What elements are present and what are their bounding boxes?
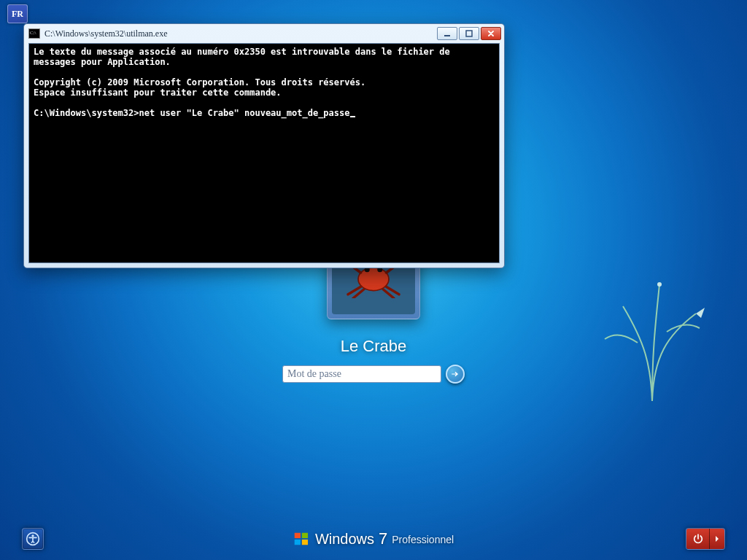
svg-rect-11 xyxy=(444,35,450,36)
shutdown-options-button[interactable] xyxy=(710,529,724,549)
submit-button[interactable] xyxy=(446,365,465,384)
chevron-right-icon xyxy=(711,533,723,545)
svg-rect-9 xyxy=(295,540,301,545)
svg-point-6 xyxy=(31,534,34,537)
ease-of-access-button[interactable] xyxy=(22,528,44,550)
windows-logo-icon xyxy=(293,531,309,547)
bottom-bar: Windows 7 Professionnel xyxy=(0,519,747,560)
brand-word-1: Windows xyxy=(315,531,374,548)
terminal-output[interactable]: Le texte du message associé au numéro 0x… xyxy=(28,43,500,263)
close-icon xyxy=(487,30,495,37)
svg-rect-7 xyxy=(295,533,301,538)
minimize-button[interactable] xyxy=(437,27,457,40)
close-button[interactable] xyxy=(481,27,501,40)
ease-of-access-icon xyxy=(26,532,40,546)
svg-rect-10 xyxy=(302,540,308,545)
shutdown-button[interactable] xyxy=(686,529,710,549)
svg-rect-12 xyxy=(466,31,472,36)
language-indicator[interactable]: FR xyxy=(7,4,28,23)
brand-edition: Professionnel xyxy=(392,534,454,545)
username-label: Le Crabe xyxy=(257,337,490,356)
terminal-cursor xyxy=(350,116,355,117)
password-input[interactable] xyxy=(282,365,441,383)
window-title: C:\Windows\system32\utilman.exe xyxy=(44,28,437,39)
decorative-plant xyxy=(587,262,718,408)
minimize-icon xyxy=(444,30,451,37)
cmd-icon xyxy=(28,28,40,39)
svg-rect-8 xyxy=(302,533,308,538)
power-button-group xyxy=(686,528,725,550)
command-prompt-window[interactable]: C:\Windows\system32\utilman.exe Le texte… xyxy=(23,23,505,268)
maximize-button[interactable] xyxy=(459,27,479,40)
power-icon xyxy=(692,533,704,545)
windows-branding: Windows 7 Professionnel xyxy=(293,529,454,548)
brand-word-2: 7 xyxy=(379,529,387,548)
maximize-icon xyxy=(465,30,473,37)
arrow-right-icon xyxy=(450,369,460,379)
titlebar[interactable]: C:\Windows\system32\utilman.exe xyxy=(24,24,504,43)
svg-point-0 xyxy=(657,282,662,287)
